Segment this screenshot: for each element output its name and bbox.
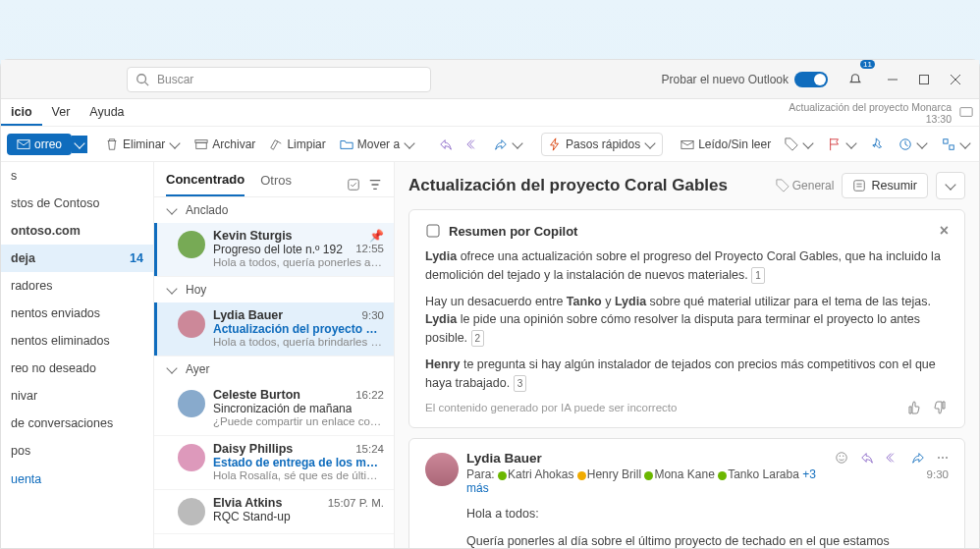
thumbs-down-icon[interactable] [933,400,949,415]
envelope-icon [681,137,694,151]
maximize-button[interactable] [908,64,940,95]
section-today[interactable]: Hoy [154,277,394,302]
reply-icon[interactable] [860,451,874,465]
message-subject: Sincronización de mañana [213,402,352,415]
message-item[interactable]: Elvia Atkins 15:07 P. M. RQC Stand-up [154,490,394,534]
new-mail-dropdown[interactable] [72,136,87,153]
message-time: 15:24 [355,443,384,455]
tag-button[interactable] [779,134,820,155]
read-unread-button[interactable]: Leído/Sin leer [675,134,777,155]
titlebar: Buscar Probar el nuevo Outlook 11 [1,60,979,99]
reply-all-button[interactable] [461,134,486,155]
search-input[interactable]: Buscar [127,67,431,92]
copilot-paragraph: Henry te pregunta si hay algún instalado… [425,356,949,393]
sidebar-item[interactable]: pos [1,437,153,465]
sidebar-item[interactable]: de conversaciones [1,410,153,437]
thumbs-up-icon[interactable] [905,400,921,415]
message-item[interactable]: Lydia Bauer 9:30 Actualización del proye… [154,302,394,357]
archive-button[interactable]: Archivar [189,134,261,155]
category-tag[interactable]: General [776,179,835,192]
addin-button[interactable] [936,134,977,155]
email-message: Lydia Bauer Para: Katri Ahokas Henry Bri… [408,438,965,548]
bell-icon [848,73,862,86]
message-sender: Kevin Sturgis [213,229,293,243]
snooze-button[interactable] [893,134,934,155]
ai-disclaimer: El contenido generado por IA puede ser i… [425,402,677,413]
avatar [178,390,205,417]
delete-button[interactable]: Eliminar [99,134,187,155]
email-recipients: Para: Katri Ahokas Henry Brill Mona Kane… [466,467,835,495]
svg-rect-7 [18,139,29,148]
add-account-link[interactable]: uenta [1,465,153,494]
close-copilot-button[interactable]: × [940,222,949,240]
avatar [178,498,205,525]
try-new-outlook-toggle[interactable] [794,72,828,87]
sidebar-item[interactable]: ontoso.com [1,217,153,245]
close-button[interactable] [940,64,971,95]
copilot-paragraph: Hay un desacuerdo entre Tanko y Lydia so… [425,293,949,348]
folder-sidebar: sstos de Contosoontoso.comdeja14radoresn… [1,162,154,548]
avatar[interactable] [425,453,459,486]
more-actions[interactable]: ⋯ [937,451,949,465]
sidebar-item[interactable]: nentos eliminados [1,327,153,355]
message-preview: Hola Rosalía, sé que es de última hora… [213,469,384,481]
copilot-paragraph: Lydia ofrece una actualización sobre el … [425,247,949,285]
message-item[interactable]: Kevin Sturgis 📌 Progreso del lote n.º 19… [154,223,394,277]
quick-steps-button[interactable]: Pasos rápidos [541,133,663,156]
sidebar-item[interactable]: radores [1,272,153,300]
forward-button[interactable] [488,134,529,155]
forward-icon[interactable] [911,451,925,465]
pin-icon: 📌 [369,229,384,243]
message-sender: Daisy Phillips [213,442,293,456]
email-sender[interactable]: Lydia Bauer [466,451,835,466]
citation[interactable]: 3 [514,375,527,392]
trash-icon [105,137,119,151]
message-item[interactable]: Daisy Phillips 15:24 Estado de entrega d… [154,436,394,490]
flag-button[interactable] [822,134,863,155]
tab-view[interactable]: Ver [42,99,81,126]
reading-pane: Actualización del proyecto Coral Gables … [395,162,979,548]
sidebar-item[interactable]: nivar [1,382,153,410]
sidebar-item[interactable]: reo no deseado [1,355,153,382]
apps-icon [942,137,955,151]
section-yesterday[interactable]: Ayer [154,357,394,382]
folder-move-icon [340,137,354,151]
move-button[interactable]: Mover a [334,134,421,155]
tab-home[interactable]: icio [1,99,42,126]
minimize-button[interactable] [877,64,908,95]
new-mail-button[interactable]: orreo [7,134,72,155]
svg-rect-9 [196,142,207,148]
message-item[interactable]: Celeste Burton 16:22 Sincronización de m… [154,382,394,436]
filter-icon[interactable] [368,178,382,192]
notifications-button[interactable]: 11 [840,64,871,95]
sidebar-item[interactable]: s [1,162,153,190]
svg-point-0 [137,74,146,82]
notification-toast-icon[interactable] [959,105,973,119]
emoji-icon[interactable] [835,451,848,465]
sidebar-item[interactable]: stos de Contoso [1,190,153,217]
tab-focused[interactable]: Concentrado [166,172,245,196]
select-all-icon[interactable] [347,178,360,192]
message-preview: ¿Puede compartir un enlace con los pro… [213,415,384,427]
reply-all-icon[interactable] [886,451,899,465]
clean-button[interactable]: Limpiar [263,134,331,155]
search-icon [136,73,149,86]
citation[interactable]: 1 [751,267,765,284]
pin-button[interactable] [865,134,891,155]
sidebar-item[interactable]: nentos enviados [1,300,153,327]
summarize-button[interactable]: Resumir [842,173,928,198]
sidebar-item[interactable]: deja14 [1,245,153,272]
citation[interactable]: 2 [471,330,485,347]
reply-button[interactable] [433,134,459,155]
message-time: 9:30 [362,309,384,321]
last-notification[interactable]: Actualización del proyecto Monarca 13:30 [789,101,952,125]
tab-help[interactable]: Ayuda [80,99,134,126]
toolbar: orreo Eliminar Archivar Limpiar Mover a … [1,127,979,162]
tab-other[interactable]: Otros [260,173,292,195]
copilot-summary-card: Resumen por Copilot × Lydia ofrece una a… [408,209,965,428]
svg-rect-3 [920,75,929,83]
tag-icon [785,137,798,151]
section-pinned[interactable]: Anclado [154,197,394,223]
svg-rect-6 [960,108,972,117]
expand-button[interactable] [936,172,965,199]
